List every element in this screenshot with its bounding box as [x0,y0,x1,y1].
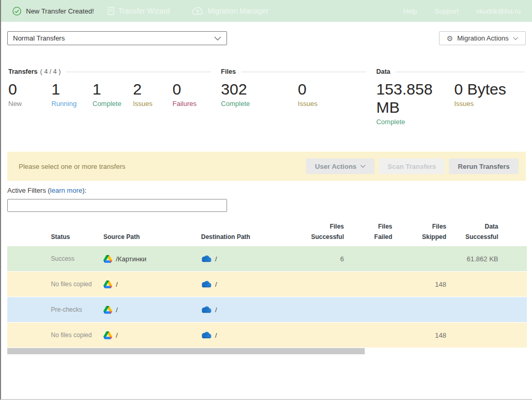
stats-data-header: Data [376,68,525,75]
destination-path-text: / [215,281,217,288]
stat-running-value: 1 [51,80,92,98]
banner-actions: User Actions Scan Transfers Rerun Transf… [306,158,518,174]
divider [241,72,366,72]
stat-data-issues-value: 0 Bytes [454,80,522,98]
scan-transfers-label: Scan Transfers [388,163,436,170]
nav-help[interactable]: Help [403,7,417,15]
row-status: No files copied [7,281,103,288]
table-row[interactable]: No files copied / / 148 [7,323,527,348]
google-drive-icon [103,331,112,339]
google-drive-icon [103,306,112,314]
row-files-successful: 6 [292,255,344,263]
stat-issues: 2 Issues [133,80,172,108]
toast-new-transfer: New Transfer Created! [12,7,94,16]
selection-banner: Please select one or more transfers User… [7,152,526,181]
row-source-path: / [103,281,201,288]
nav-account-email[interactable]: vkudrik@list.ru [476,7,521,15]
nav-migration-manager[interactable]: Migration Manager [192,7,269,15]
stat-issues-value: 2 [133,80,172,98]
stat-failures-label: Failures [172,100,209,108]
transfer-type-value: Normal Transfers [13,34,65,42]
toast-text: New Transfer Created! [26,7,94,15]
learn-more-link[interactable]: learn more [50,186,82,194]
row-source-path: / [103,331,201,339]
nav-transfer-wizard[interactable]: Transfer Wizard [108,7,170,15]
stats-files-header: Files [221,68,366,75]
stat-issues-label: Issues [133,100,172,108]
stat-new-value: 0 [8,80,51,98]
cloud-upload-icon [192,7,204,15]
table-row[interactable]: Pre-checks / / [7,297,527,322]
nav-transfer-wizard-label: Transfer Wizard [118,7,170,15]
stat-running-label: Running [51,100,92,108]
google-drive-icon [103,255,112,263]
source-path-text: / [116,331,118,339]
onedrive-icon [201,306,211,313]
col-header-status: Status [7,232,103,242]
source-path-text: / [116,281,118,288]
source-path-text: /Картинки [116,255,147,263]
transfers-table: Status Source Path Destination Path File… [7,218,527,354]
stat-new-label: New [8,100,51,108]
table-row[interactable]: No files copied / / 148 [7,272,527,297]
col-header-destination-path: Destination Path [201,232,292,242]
stats-section-files: Files 302 Complete 0 Issues [221,68,366,126]
topbar: New Transfer Created! Transfer Wizard Mi… [1,0,532,22]
active-filters-prefix: Active Filters ( [7,186,50,194]
chevron-down-icon [513,37,518,40]
col-header-data-successful: Data Successful [446,221,498,242]
source-path-text: / [116,306,118,314]
stat-data-issues-label: Issues [454,100,522,108]
gear-icon: ⚙ [446,35,453,42]
stat-running: 1 Running [51,80,92,108]
migration-actions-button[interactable]: ⚙ Migration Actions [439,31,526,45]
active-filters-suffix: ): [82,186,86,194]
stats-transfers-header: Transfers ( 4 / 4 ) [8,68,211,75]
row-source-path: /Картинки [103,255,201,263]
stats-transfers-count: ( 4 / 4 ) [40,68,61,75]
stat-failures: 0 Failures [172,80,209,108]
google-drive-icon [103,281,112,288]
stats-data-items: 153.858 MB Complete 0 Bytes Issues [376,80,525,126]
horizontal-scrollbar-thumb[interactable] [7,348,365,354]
stat-complete: 1 Complete [92,80,133,108]
stat-data-complete: 153.858 MB Complete [376,80,454,126]
check-circle-icon [12,7,21,16]
user-actions-label: User Actions [315,163,356,170]
onedrive-icon [201,331,211,339]
chevron-down-icon [360,165,366,168]
table-row[interactable]: Success /Картинки / 6 61.862 KB [7,246,527,271]
nav-support[interactable]: Support [435,7,459,15]
destination-path-text: / [215,306,217,314]
rerun-transfers-button[interactable]: Rerun Transfers [449,158,518,174]
row-status: Pre-checks [7,306,103,313]
stat-files-issues-label: Issues [298,100,360,108]
scan-transfers-button[interactable]: Scan Transfers [379,158,445,174]
selection-banner-message: Please select one or more transfers [19,163,306,170]
topbar-nav: Transfer Wizard Migration Manager [108,7,269,15]
stat-new: 0 New [8,80,51,108]
col-header-files-failed: Files Failed [344,221,392,242]
user-actions-button[interactable]: User Actions [306,158,375,174]
onedrive-icon [201,281,211,288]
onedrive-icon [201,255,211,262]
row-files-skipped: 148 [392,281,446,288]
stats-files-items: 302 Complete 0 Issues [221,80,366,108]
stat-complete-label: Complete [92,100,133,108]
destination-path-text: / [215,255,217,263]
stat-data-issues: 0 Bytes Issues [454,80,522,126]
stats-transfers-title: Transfers [8,68,37,75]
row-files-skipped: 148 [392,331,446,339]
toolbar: Normal Transfers ⚙ Migration Actions [7,31,526,45]
stat-failures-value: 0 [172,80,209,98]
row-status: No files copied [7,331,103,339]
stats-data-title: Data [376,68,390,75]
transfer-type-select[interactable]: Normal Transfers [7,31,227,45]
stats-files-title: Files [221,68,236,75]
stat-files-complete-value: 302 [221,80,298,98]
active-filters: Active Filters (learn more): [7,186,526,212]
row-destination-path: / [201,281,292,288]
migration-actions-label: Migration Actions [457,34,509,42]
active-filters-input[interactable] [7,199,227,212]
table-header: Status Source Path Destination Path File… [7,218,527,246]
